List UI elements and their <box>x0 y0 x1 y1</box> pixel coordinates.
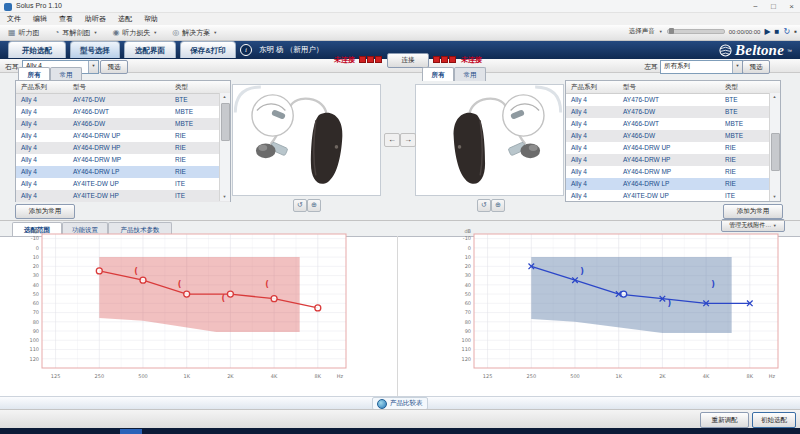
maximize-button[interactable]: □ <box>765 0 782 13</box>
table-row[interactable]: Ally 4AY4ITE-DW HPITE <box>16 190 230 202</box>
table-row[interactable]: Ally 4AY476-DWBTE <box>16 94 230 106</box>
close-button[interactable]: × <box>783 0 800 13</box>
detach-player-icon[interactable]: ▪ <box>794 27 797 36</box>
loop-icon[interactable]: ↻ <box>783 27 790 36</box>
zoom-view-button-left[interactable]: ⊕ <box>491 199 505 212</box>
right-add-favorite-button[interactable]: 添加为常用 <box>723 204 783 219</box>
rotate-view-button-right[interactable]: ↺ <box>293 199 307 212</box>
tab-fitting-screen[interactable]: 选配界面 <box>124 41 176 58</box>
table-row[interactable]: Ally 4AY464-DRW UPRIE <box>16 130 230 142</box>
table-row[interactable]: Ally 4AY464-DRW HPRIE <box>566 154 780 166</box>
play-icon[interactable]: ▶ <box>764 27 770 36</box>
table-row[interactable]: Ally 4AY464-DRW LPRIE <box>16 166 230 178</box>
table-row[interactable]: Ally 4AY466-DWMBTE <box>566 130 780 142</box>
chevron-down-icon: ▼ <box>213 30 217 35</box>
scroll-up-icon[interactable]: ▲ <box>770 93 779 101</box>
table-row[interactable]: Ally 4AY476-DWTBTE <box>566 94 780 106</box>
scrollbar-thumb[interactable] <box>221 103 230 141</box>
column-header[interactable]: 产品系列 <box>566 81 618 93</box>
table-row[interactable]: Ally 4AY4ITE-DW UPITE <box>566 190 780 202</box>
table-row[interactable]: Ally 4AY466-DWMBTE <box>16 118 230 130</box>
right-table-scrollbar[interactable]: ▲ ▼ <box>769 93 780 201</box>
tab-start-fitting[interactable]: 开始选配 <box>8 41 66 58</box>
refit-button[interactable]: 重新调配 <box>700 412 749 428</box>
cell: RIE <box>720 142 770 154</box>
table-row[interactable]: Ally 4AY464-DRW UPRIE <box>566 142 780 154</box>
table-row[interactable]: Ally 4AY464-DRW LPRIE <box>566 178 780 190</box>
table-row[interactable]: Ally 4AY464-DRW MPRIE <box>16 154 230 166</box>
cell: Ally 4 <box>566 154 618 166</box>
cell: Ally 4 <box>566 106 618 118</box>
hearing-loss-icon: ◉ <box>112 29 119 37</box>
chevron-down-icon: ▼ <box>732 61 742 73</box>
hearing-loss-button[interactable]: ◉ 听力损失 ▼ <box>109 27 160 39</box>
right-preselect-button[interactable]: 预选 <box>100 60 128 74</box>
svg-text:4K: 4K <box>271 373 278 379</box>
svg-text:dB: dB <box>464 228 471 234</box>
left-ear-series-select[interactable]: 所有系列 ▼ <box>660 60 743 74</box>
table-row[interactable]: Ally 4AY464-DRW MPRIE <box>566 166 780 178</box>
taskbar-highlight <box>120 429 142 434</box>
svg-text:120: 120 <box>29 356 39 362</box>
svg-text:60: 60 <box>465 300 471 306</box>
menu-item-fitting[interactable]: 选配 <box>118 14 132 24</box>
menu-item-hearing-aid[interactable]: 助听器 <box>85 14 106 24</box>
svg-text:60: 60 <box>33 300 39 306</box>
solutions-button[interactable]: ◎ 解决方案 ▼ <box>169 27 220 39</box>
column-header[interactable]: 类型 <box>720 81 770 93</box>
menu-item-file[interactable]: 文件 <box>7 14 21 24</box>
sound-progress-slider[interactable] <box>667 29 725 34</box>
cell: Ally 4 <box>16 154 68 166</box>
scroll-up-icon[interactable]: ▲ <box>220 93 229 101</box>
column-header[interactable]: 产品系列 <box>16 81 68 93</box>
cell: Ally 4 <box>16 106 68 118</box>
audiogram-button[interactable]: ▦ 听力图 <box>5 27 43 39</box>
menu-item-view[interactable]: 查看 <box>59 14 73 24</box>
column-header[interactable]: 类型 <box>170 81 220 93</box>
svg-text:250: 250 <box>95 373 105 379</box>
hearing-aid-illustration-right <box>233 85 380 195</box>
zoom-view-button-right[interactable]: ⊕ <box>307 199 321 212</box>
column-header[interactable]: 型号 <box>618 81 720 93</box>
sound-player: 选择声音 ▼ 00:00/00:00 ▶ ■ ↻ ▪ <box>629 27 797 36</box>
table-row[interactable]: Ally 4AY466-DWTMBTE <box>16 106 230 118</box>
left-tab-all[interactable]: 所有 <box>18 67 50 81</box>
cell: BTE <box>170 94 220 106</box>
slider-thumb[interactable] <box>669 28 674 34</box>
left-table-scrollbar[interactable]: ▲ ▼ <box>219 93 230 201</box>
table-row[interactable]: Ally 4AY466-DWTMBTE <box>566 118 780 130</box>
table-row[interactable]: Ally 4AY464-DRW HPRIE <box>16 142 230 154</box>
cell: Ally 4 <box>16 190 68 202</box>
copy-right-icon[interactable]: → <box>400 133 416 147</box>
table-row[interactable]: Ally 4AY476-DWBTE <box>566 106 780 118</box>
column-header[interactable]: 型号 <box>68 81 170 93</box>
scroll-down-icon[interactable]: ▼ <box>770 193 779 201</box>
scrollbar-thumb[interactable] <box>771 133 780 171</box>
right-tab-favorites[interactable]: 常用 <box>454 67 486 81</box>
scroll-down-icon[interactable]: ▼ <box>220 193 229 201</box>
left-tab-favorites[interactable]: 常用 <box>50 67 82 81</box>
svg-text:(: ( <box>265 280 269 289</box>
rotate-view-button-left[interactable]: ↺ <box>477 199 491 212</box>
copy-left-icon[interactable]: ← <box>384 133 400 147</box>
tab-model-selection[interactable]: 型号选择 <box>70 41 120 58</box>
cell: Ally 4 <box>566 166 618 178</box>
initial-fit-button[interactable]: 初始选配 <box>752 412 796 428</box>
left-preselect-button[interactable]: 预选 <box>742 60 770 74</box>
patient-name: 东明 杨 （新用户） <box>259 45 323 55</box>
svg-text:50: 50 <box>33 291 39 297</box>
connect-button[interactable]: 连接 <box>387 53 429 68</box>
product-compare-label: 产品比较表 <box>390 399 423 408</box>
menu-item-edit[interactable]: 编辑 <box>33 14 47 24</box>
table-row[interactable]: Ally 4AY4ITE-DW UPITE <box>16 178 230 190</box>
ear-anatomy-button[interactable]: ◔ 耳解剖图 ▼ <box>52 27 101 39</box>
app-icon <box>4 3 12 11</box>
menu-item-help[interactable]: 帮助 <box>144 14 158 24</box>
right-tab-all[interactable]: 所有 <box>422 67 454 81</box>
select-sound-button[interactable]: 选择声音 <box>629 27 655 36</box>
minimize-button[interactable]: − <box>747 0 764 13</box>
tab-save-print[interactable]: 保存&打印 <box>180 41 236 58</box>
info-icon[interactable]: i <box>240 44 252 56</box>
left-add-favorite-button[interactable]: 添加为常用 <box>15 204 75 219</box>
stop-icon[interactable]: ■ <box>775 27 780 36</box>
